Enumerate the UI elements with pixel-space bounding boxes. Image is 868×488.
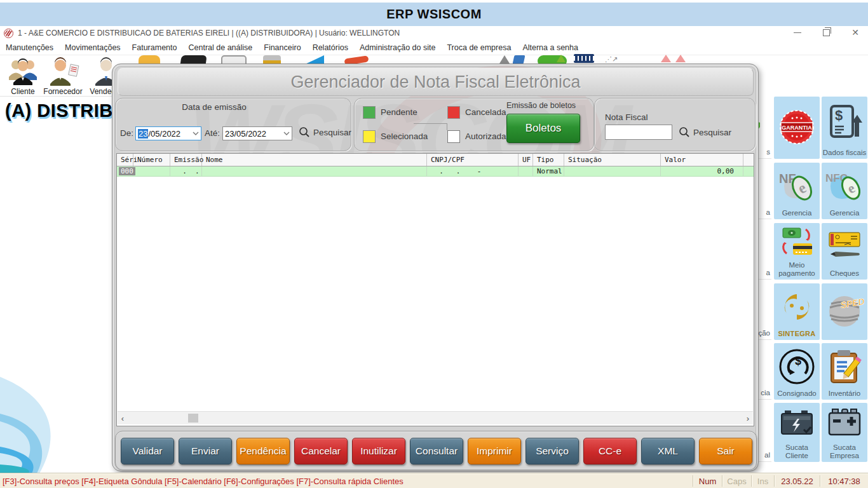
- legend-pendente-swatch: [363, 106, 376, 119]
- servico-button[interactable]: Serviço: [526, 438, 579, 464]
- sidebar-tile-nfe[interactable]: NF e Gerencia: [774, 163, 820, 219]
- menu-faturamento[interactable]: Faturamento: [126, 43, 183, 52]
- enviar-button[interactable]: Enviar: [179, 438, 232, 464]
- nota-fiscal-search-button[interactable]: Pesquisar: [679, 126, 731, 138]
- garantia-badge-icon: GARANTIA: [777, 97, 817, 157]
- col-filler: [743, 154, 754, 166]
- table-row[interactable]: 000 . . . . - Normal 0,00: [117, 166, 754, 177]
- date-filter-panel: Data de emissão De: 23/05/2022 Até: 23/0…: [115, 98, 351, 151]
- date-search-button[interactable]: Pesquisar: [299, 126, 351, 138]
- nota-fiscal-panel: Nota Fiscal Pesquisar: [594, 98, 756, 151]
- toolbar-icon-14[interactable]: [675, 55, 686, 62]
- menubar: Manutenções Movimentações Faturamento Ce…: [0, 40, 868, 55]
- sped-icon: SPED: [825, 283, 864, 338]
- menu-central-analise[interactable]: Central de análise: [182, 43, 258, 52]
- col-serie[interactable]: Séri: [117, 154, 133, 166]
- window-title: 1 - A&E COMERCIO E DISTRIBUICAO DE BATER…: [18, 29, 400, 37]
- validar-button[interactable]: Validar: [121, 438, 174, 464]
- scrollbar-thumb[interactable]: [188, 414, 198, 423]
- horizontal-scrollbar[interactable]: ‹ ›: [118, 411, 753, 424]
- legend-connector-line: [447, 123, 447, 130]
- sidebar-tile-meio-pagamento[interactable]: Meio pagamento: [774, 223, 820, 280]
- nota-fiscal-label: Nota Fiscal: [605, 112, 648, 122]
- cell-situacao: [564, 166, 661, 176]
- sidebar-tile-inventario[interactable]: Inventário: [822, 343, 867, 400]
- sidebar-tile-nfce[interactable]: NFC e Gerencia: [822, 163, 867, 219]
- restore-button[interactable]: [823, 29, 830, 36]
- consultar-button[interactable]: Consultar: [410, 438, 463, 464]
- toolbar-icon-10[interactable]: [557, 55, 566, 62]
- boletos-button[interactable]: Boletos: [506, 114, 580, 143]
- cell-tipo: Normal: [533, 166, 564, 176]
- sidebar-tile-sped[interactable]: SPED: [822, 283, 867, 340]
- imprimir-button[interactable]: Imprimir: [468, 438, 521, 464]
- pendencia-button[interactable]: Pendência: [236, 438, 290, 464]
- col-tipo[interactable]: Tipo: [533, 154, 564, 166]
- col-emissao[interactable]: Emissão: [170, 154, 202, 166]
- toolbar-icon-12[interactable]: ⋰↗: [605, 56, 616, 62]
- sidebar-tile-cheques[interactable]: Cheques: [822, 223, 867, 280]
- toolbar-fornecedor-button[interactable]: Fornecedor: [43, 57, 83, 96]
- sucata-empresa-icon: [826, 403, 863, 444]
- supplier-icon: [46, 57, 79, 86]
- menu-troca-empresa[interactable]: Troca de empresa: [441, 43, 517, 52]
- cce-button[interactable]: CC-e: [583, 438, 637, 464]
- menu-movimentacoes[interactable]: Movimentações: [59, 43, 126, 52]
- invoice-table: Séri Número Emissão Nome CNPJ/CPF UF Tip…: [116, 153, 754, 426]
- search-icon: [679, 126, 690, 138]
- app-title: ERP WSISCOM: [386, 7, 482, 22]
- menu-administracao-site[interactable]: Administração do site: [354, 43, 442, 52]
- legend-autorizada-checkbox[interactable]: [447, 130, 460, 143]
- nfce-icon: NFC e: [824, 163, 865, 209]
- svg-text:$: $: [795, 355, 801, 367]
- scroll-right-arrow[interactable]: ›: [743, 414, 753, 423]
- scroll-left-arrow[interactable]: ‹: [118, 414, 128, 423]
- sidebar-tile-sucata-cliente[interactable]: Sucata Cliente: [774, 403, 820, 462]
- toolbar-icon-11[interactable]: [574, 54, 594, 63]
- date-from-input[interactable]: 23/05/2022: [135, 126, 201, 140]
- toolbar-icon-8[interactable]: [513, 55, 526, 64]
- statusbar-shortcuts: [F3]-Consulta preços [F4]-Etiqueta Gôndu…: [0, 477, 693, 486]
- consignado-icon: $: [777, 343, 817, 390]
- col-uf[interactable]: UF: [519, 154, 533, 166]
- chevron-down-icon[interactable]: [283, 132, 290, 135]
- action-button-bar: Validar Enviar Pendência Cancelar Inutil…: [115, 431, 757, 470]
- date-to-input[interactable]: 23/05/2022: [222, 126, 292, 140]
- col-valor[interactable]: Valor: [661, 154, 743, 166]
- col-nome[interactable]: Nome: [202, 154, 427, 166]
- sidebar-tile-sucata-empresa[interactable]: Sucata Empresa: [822, 403, 867, 462]
- sidebar-tile-garantia[interactable]: GARANTIA: [774, 97, 820, 159]
- sair-button[interactable]: Sair: [699, 438, 752, 464]
- menu-manutencoes[interactable]: Manutenções: [0, 43, 59, 52]
- menu-alterna-senha[interactable]: Alterna a senha: [517, 43, 584, 52]
- toolbar-icon-7[interactable]: [499, 55, 510, 64]
- sidebar-tile-consignado[interactable]: $ Consignado: [774, 343, 820, 400]
- cell-filler: [743, 166, 754, 176]
- nota-fiscal-input[interactable]: [605, 125, 672, 140]
- close-button[interactable]: ✕: [851, 28, 859, 37]
- cancelar-button[interactable]: Cancelar: [294, 438, 348, 464]
- sidebar-tile-dados-fiscais[interactable]: $ Dados fiscais: [822, 97, 867, 159]
- chevron-down-icon[interactable]: [193, 132, 199, 135]
- app-header: ERP WSISCOM: [0, 3, 868, 26]
- col-numero[interactable]: Número: [133, 154, 170, 166]
- toolbar-cliente-label: Cliente: [3, 87, 43, 96]
- minimize-button[interactable]: [794, 32, 801, 33]
- svg-text:GARANTIA: GARANTIA: [782, 124, 812, 130]
- toolbar-cliente-button[interactable]: Cliente: [3, 57, 43, 96]
- dialog-titlebar: Gerenciador de Nota Fiscal Eletrônica: [118, 68, 754, 96]
- insert-indicator: Ins: [751, 475, 774, 487]
- status-time: 10:47:38: [820, 475, 868, 487]
- nfe-manager-dialog: WSISCOM Gerenciador de Nota Fiscal Eletr…: [112, 64, 759, 471]
- menu-financeiro[interactable]: Financeiro: [258, 43, 306, 52]
- xml-button[interactable]: XML: [641, 438, 695, 464]
- toolbar-icon-13[interactable]: [661, 55, 671, 62]
- col-situacao[interactable]: Situação: [564, 154, 661, 166]
- menu-relatorios[interactable]: Relatórios: [307, 43, 354, 52]
- legend-connector-line: [414, 123, 447, 124]
- col-cnpj[interactable]: CNPJ/CPF: [427, 154, 519, 166]
- wsiscom-logo-icon: [4, 29, 13, 38]
- inutilizar-button[interactable]: Inutilizar: [352, 438, 405, 464]
- sidebar-tile-sintegra[interactable]: SINTEGRA: [774, 283, 820, 340]
- search-icon: [299, 126, 310, 138]
